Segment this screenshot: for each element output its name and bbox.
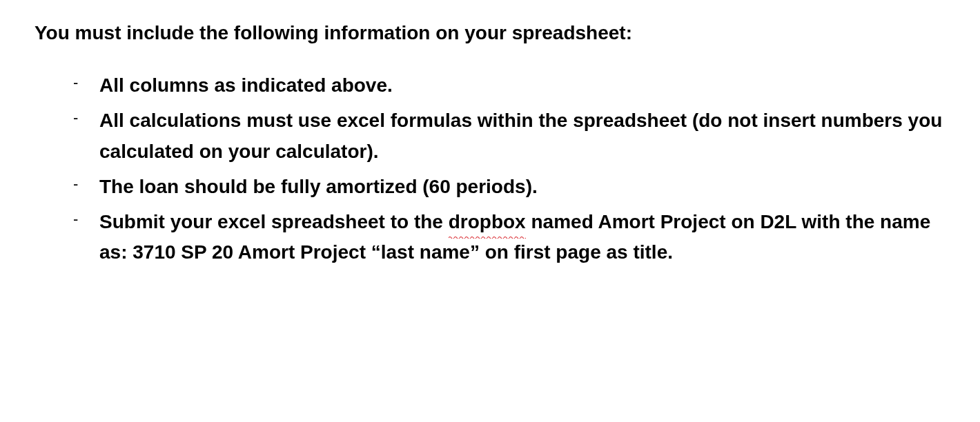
list-item-text: The loan should be fully amortized (60 p… [99, 172, 945, 203]
bullet-dash-icon: - [69, 70, 99, 94]
text-prefix: Submit your excel spreadsheet to the [99, 211, 449, 232]
spellcheck-underline-word: dropbox [449, 207, 526, 238]
list-item: - The loan should be fully amortized (60… [69, 172, 945, 203]
list-item-text: Submit your excel spreadsheet to the dro… [99, 207, 945, 269]
list-item: - Submit your excel spreadsheet to the d… [69, 207, 945, 269]
bullet-dash-icon: - [69, 106, 99, 130]
instructions-heading: You must include the following informati… [35, 21, 945, 46]
list-item: - All columns as indicated above. [69, 70, 945, 101]
bullet-dash-icon: - [69, 172, 99, 196]
list-item-text: All columns as indicated above. [99, 70, 945, 101]
list-item: - All calculations must use excel formul… [69, 106, 945, 168]
list-item-text: All calculations must use excel formulas… [99, 106, 945, 168]
bullet-dash-icon: - [69, 207, 99, 231]
requirements-list: - All columns as indicated above. - All … [35, 70, 945, 268]
